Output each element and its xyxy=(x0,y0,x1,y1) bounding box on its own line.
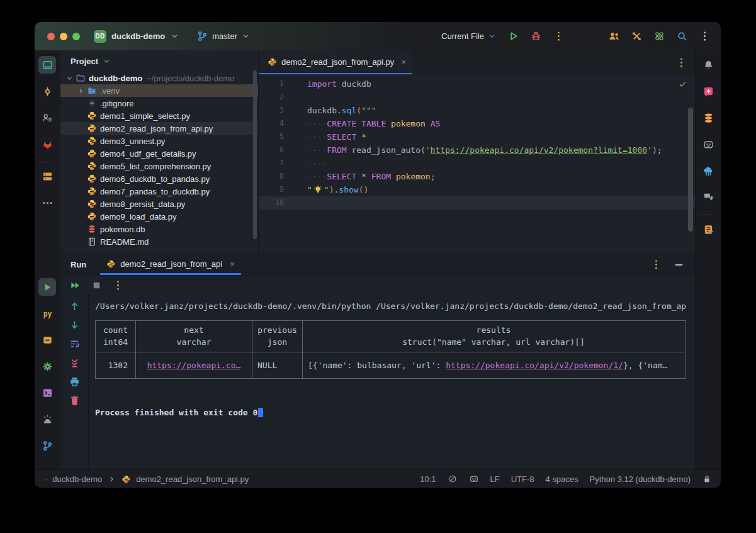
copilot-icon[interactable] xyxy=(699,135,717,153)
interpreter-widget[interactable]: Python 3.12 (duckdb-demo) xyxy=(590,474,691,484)
soft-wrap-button[interactable] xyxy=(68,337,81,350)
run-options-menu[interactable] xyxy=(111,279,124,291)
more-tool-windows-icon[interactable] xyxy=(38,194,56,211)
search-everywhere-button[interactable] xyxy=(675,30,688,43)
terminal-tool-icon[interactable] xyxy=(38,384,56,401)
intention-bulb-icon[interactable] xyxy=(313,184,324,195)
line-number: 8 xyxy=(259,170,284,183)
breadcrumb-file[interactable]: demo2_read_json_from_api.py xyxy=(136,474,249,484)
tree-row[interactable]: pokemon.db xyxy=(60,223,258,235)
run-tool-icon[interactable] xyxy=(38,278,56,296)
more-run-actions-menu[interactable] xyxy=(552,30,565,43)
print-button[interactable] xyxy=(68,375,81,388)
settings-tool-icon[interactable] xyxy=(38,357,56,375)
pull-requests-tool-icon[interactable]: ? xyxy=(38,109,56,126)
todo-tool-icon[interactable] xyxy=(699,220,717,238)
collaborators-icon[interactable] xyxy=(607,30,620,43)
git-branch-widget[interactable]: master xyxy=(196,30,251,43)
svg-text:?: ? xyxy=(48,116,50,122)
code-line[interactable]: 7···· xyxy=(259,157,695,170)
editor-tab[interactable]: demo2_read_json_from_api.py × xyxy=(259,50,412,74)
editor-options-menu[interactable] xyxy=(675,56,687,69)
code-line[interactable]: 8····SELECT * FROM pokemon; xyxy=(259,170,695,183)
services-tool-icon[interactable] xyxy=(38,167,56,185)
code-line[interactable]: 3duckdb.sql(""" xyxy=(259,104,695,117)
close-window-button[interactable] xyxy=(47,33,55,40)
line-ending-widget[interactable]: LF xyxy=(490,474,500,484)
minimize-window-button[interactable] xyxy=(60,33,67,40)
code-line[interactable]: 1import duckdb xyxy=(259,77,695,91)
code-with-me-icon[interactable] xyxy=(699,188,717,206)
project-panel-header[interactable]: Project xyxy=(60,50,258,72)
chevron-down-icon[interactable] xyxy=(64,74,75,82)
code-line[interactable]: 4····CREATE TABLE pokemon AS xyxy=(259,117,695,130)
python-packages-tool-icon[interactable] xyxy=(38,331,56,349)
rerun-button[interactable] xyxy=(69,279,81,291)
close-run-tab-icon[interactable]: × xyxy=(230,259,235,269)
project-scrollbar[interactable] xyxy=(253,70,257,239)
run-button[interactable] xyxy=(507,30,519,43)
zoom-window-button[interactable] xyxy=(72,33,80,40)
atom-plugin-icon[interactable] xyxy=(653,30,665,43)
tree-row[interactable]: demo2_read_json_from_api.py xyxy=(60,122,258,135)
problems-tool-icon[interactable] xyxy=(38,410,56,428)
code-line[interactable]: 2 xyxy=(259,91,695,104)
commit-tool-icon[interactable] xyxy=(38,82,56,100)
tree-row[interactable]: demo3_unnest.py xyxy=(60,135,258,147)
encoding-widget[interactable]: UTF-8 xyxy=(511,474,534,484)
tree-row[interactable]: demo1_simple_select.py xyxy=(60,109,258,122)
tree-row[interactable]: demo5_list_comprehension.py xyxy=(60,160,258,172)
clear-console-button[interactable] xyxy=(68,394,81,407)
main-menu-button[interactable] xyxy=(698,30,711,43)
tree-row[interactable]: .gitignore xyxy=(60,97,258,109)
project-widget[interactable]: DD duckdb-demo xyxy=(94,30,179,43)
python-console-tool-icon[interactable]: py xyxy=(38,305,56,322)
lock-icon[interactable] xyxy=(702,474,712,484)
run-configuration-selector[interactable]: Current File xyxy=(441,31,497,41)
editor-scrollbar[interactable] xyxy=(688,108,693,232)
run-panel-options-menu[interactable] xyxy=(650,259,662,271)
run-panel-title: Run xyxy=(60,254,100,275)
project-tool-icon[interactable] xyxy=(38,56,56,74)
tree-item-label: .gitignore xyxy=(100,99,133,108)
code-line[interactable]: 10 xyxy=(259,196,695,210)
cloud-tools-icon[interactable] xyxy=(699,162,717,179)
code-token: " xyxy=(324,183,329,196)
chevron-right-icon[interactable] xyxy=(76,87,86,95)
result-link[interactable]: https://pokeapi.co/api/v2/pokemon/1/ xyxy=(446,361,623,370)
ai-assistant-icon[interactable] xyxy=(699,82,717,100)
indent-widget[interactable]: 4 spaces xyxy=(546,474,578,484)
next-occurrence-button[interactable] xyxy=(68,318,81,331)
tree-row[interactable]: README.md xyxy=(60,235,258,248)
tree-row[interactable]: demo4_udf_get_details.py xyxy=(60,147,258,160)
notifications-icon[interactable] xyxy=(699,56,717,74)
scroll-to-end-button[interactable] xyxy=(68,356,81,369)
tree-row[interactable]: demo8_persist_data.py xyxy=(60,198,258,210)
caret-position[interactable]: 10:1 xyxy=(420,474,436,484)
inspections-ok-icon[interactable] xyxy=(678,79,687,89)
run-tab[interactable]: demo2_read_json_from_api × xyxy=(100,254,240,275)
tree-row[interactable]: demo9_load_data.py xyxy=(60,210,258,223)
code-line[interactable]: 6····FROM read_json_auto('https://pokeap… xyxy=(259,143,695,157)
hide-panel-button[interactable] xyxy=(672,259,685,271)
ai-status-icon[interactable] xyxy=(469,474,479,484)
database-tool-icon[interactable] xyxy=(699,109,717,126)
close-tab-icon[interactable]: × xyxy=(401,57,406,67)
tree-row[interactable]: demo6_duckdb_to_pandas.py xyxy=(60,172,258,185)
tools-icon[interactable] xyxy=(630,30,643,43)
prev-occurrence-button[interactable] xyxy=(68,300,81,312)
code-area[interactable]: 1import duckdb23duckdb.sql("""4····CREAT… xyxy=(259,74,695,254)
debug-button[interactable] xyxy=(529,30,542,43)
stop-button[interactable] xyxy=(90,279,103,291)
tree-row[interactable]: demo7_pandas_to_duckdb.py xyxy=(60,185,258,198)
tree-row[interactable]: duckdb-demo~/projects/duckdb-demo xyxy=(60,72,258,84)
highlighting-level-icon[interactable] xyxy=(448,474,458,484)
console-output[interactable]: /Users/volker.janz/projects/duckdb-demo/… xyxy=(89,295,695,469)
git-tool-icon[interactable] xyxy=(38,437,56,454)
code-line[interactable]: 9"").show() xyxy=(259,183,695,196)
tree-row[interactable]: .venv xyxy=(60,84,258,97)
breadcrumb-project[interactable]: duckdb-demo xyxy=(52,474,102,484)
gitlab-tool-icon[interactable] xyxy=(38,135,56,153)
code-line[interactable]: 5····SELECT * xyxy=(259,130,695,143)
result-link[interactable]: https://pokeapi.co… xyxy=(147,361,241,370)
